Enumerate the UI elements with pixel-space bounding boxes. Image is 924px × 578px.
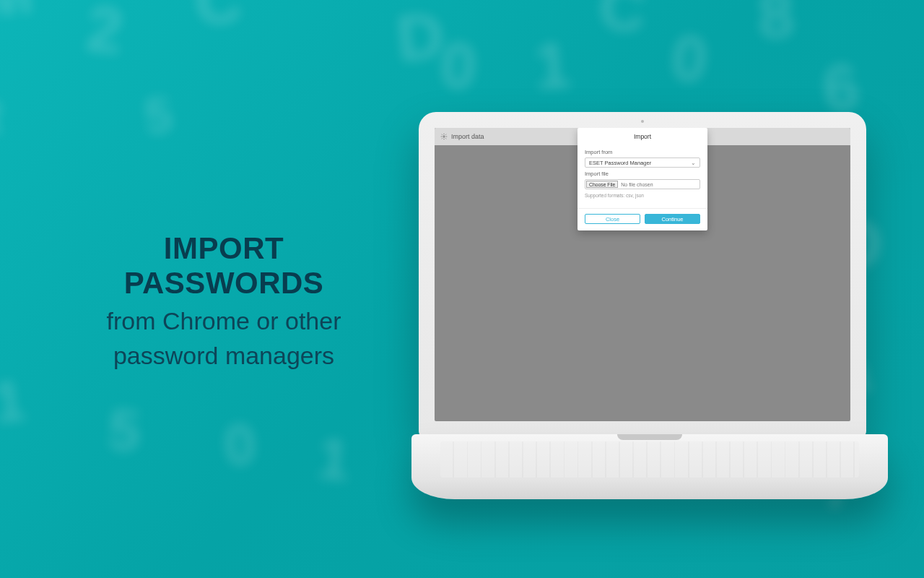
headline-light-line-2: password managers (43, 340, 404, 371)
chevron-down-icon: ⌄ (691, 160, 696, 166)
laptop-hinge (617, 434, 682, 440)
laptop-base (411, 434, 888, 499)
headline-light-line-1: from Chrome or other (43, 306, 404, 337)
bg-char: M (0, 0, 38, 35)
laptop-lid: Import data Import Import from ESET Pass… (419, 112, 866, 437)
continue-button[interactable]: Continue (645, 214, 700, 224)
bg-char: 0 (437, 27, 479, 104)
bg-char: 0 (668, 20, 712, 98)
import-from-value: ESET Password Manager (589, 160, 651, 166)
import-dialog: Import Import from ESET Password Manager… (578, 128, 707, 230)
bg-char: D (393, 0, 448, 77)
laptop-camera (630, 119, 655, 124)
supported-formats-note: Supported formats: csv, json (585, 193, 700, 198)
import-file-label: Import file (585, 171, 700, 177)
bg-char: 0 (222, 411, 258, 480)
import-from-select[interactable]: ESET Password Manager ⌄ (585, 158, 700, 168)
laptop-keyboard (440, 441, 859, 478)
bg-char: 8 (756, 0, 796, 53)
dialog-footer: Close Continue (578, 208, 707, 230)
dialog-body: Import from ESET Password Manager ⌄ Impo… (578, 144, 707, 208)
bg-char: C (596, 0, 650, 48)
laptop-screen: Import data Import Import from ESET Pass… (435, 128, 850, 421)
headline: IMPORT PASSWORDS from Chrome or other pa… (43, 231, 404, 371)
dialog-title: Import (578, 128, 707, 144)
gear-icon (440, 133, 448, 140)
no-file-chosen-text: No file chosen (621, 182, 653, 187)
svg-point-0 (443, 136, 445, 138)
bg-char: C (192, 0, 244, 40)
app-header-title: Import data (451, 133, 484, 140)
bg-char: 1 (314, 425, 353, 494)
bg-char: 1 (0, 367, 28, 436)
close-button[interactable]: Close (585, 214, 640, 224)
promo-background: M 2 C D C 8 t 5 0 1 0 6 D a 1 5 0 1 7 IM… (0, 0, 924, 578)
headline-bold-line-1: IMPORT (43, 231, 404, 266)
choose-file-button[interactable]: Choose File (586, 181, 618, 188)
import-file-input[interactable]: Choose File No file chosen (585, 179, 700, 189)
laptop-mockup: Import data Import Import from ESET Pass… (411, 112, 873, 499)
bg-char: 1 (531, 27, 572, 104)
headline-bold-line-2: PASSWORDS (43, 266, 404, 301)
bg-char: 5 (105, 396, 143, 465)
bg-char: 2 (83, 0, 127, 69)
bg-char: t (0, 86, 4, 144)
bg-char: 5 (142, 85, 175, 145)
import-from-label: Import from (585, 149, 700, 155)
